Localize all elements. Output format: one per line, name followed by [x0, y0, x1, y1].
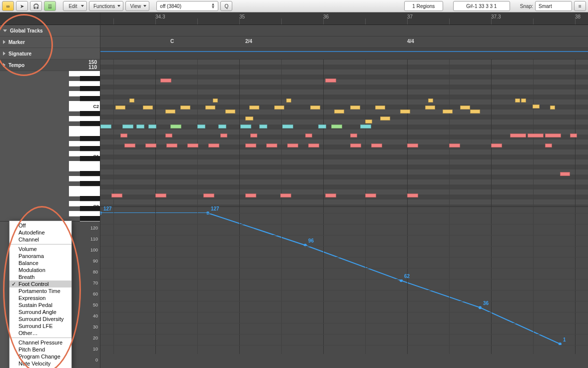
- midi-note[interactable]: [350, 134, 357, 138]
- midi-note[interactable]: [545, 144, 552, 148]
- menu-item[interactable]: Sustain Pedal: [9, 302, 71, 308]
- menu-item[interactable]: ✓Foot Control: [9, 280, 71, 288]
- midi-note[interactable]: [122, 124, 133, 128]
- midi-note[interactable]: [111, 194, 122, 198]
- midi-note[interactable]: [280, 194, 291, 198]
- piano-roll[interactable]: [100, 60, 588, 206]
- midi-note[interactable]: [240, 124, 251, 128]
- midi-note[interactable]: [245, 144, 256, 148]
- midi-note[interactable]: [515, 98, 520, 102]
- menu-item[interactable]: Other…: [9, 330, 71, 336]
- midi-note[interactable]: [143, 106, 153, 110]
- midi-note[interactable]: [308, 144, 319, 148]
- menu-item[interactable]: Balance: [9, 260, 71, 266]
- piano-key[interactable]: [80, 146, 100, 152]
- midi-note[interactable]: [120, 134, 127, 138]
- midi-note[interactable]: [274, 106, 284, 110]
- menu-item[interactable]: Breath: [9, 274, 71, 280]
- midi-note[interactable]: [160, 78, 171, 82]
- piano-key[interactable]: [80, 76, 100, 82]
- midi-note[interactable]: [245, 194, 256, 198]
- piano-key[interactable]: [80, 171, 100, 176]
- midi-note[interactable]: [375, 106, 385, 110]
- menu-item[interactable]: Surround Angle: [9, 308, 71, 316]
- piano-key[interactable]: [80, 96, 100, 102]
- menu-item[interactable]: Off: [9, 222, 71, 229]
- menu-item[interactable]: Pitch Bend: [9, 346, 71, 353]
- midi-note[interactable]: [148, 124, 156, 128]
- midi-note[interactable]: [380, 116, 390, 120]
- midi-note[interactable]: [331, 124, 342, 128]
- midi-note[interactable]: [350, 106, 360, 110]
- piano-key[interactable]: [80, 136, 100, 142]
- sidebar-tempo[interactable]: Tempo 150110: [0, 60, 100, 71]
- view-menu[interactable]: View: [125, 1, 149, 11]
- menu-item[interactable]: Surround Diversity: [9, 316, 71, 322]
- midi-note[interactable]: [560, 172, 570, 176]
- marker-lane[interactable]: [100, 25, 588, 36]
- snap-field[interactable]: Smart: [535, 1, 572, 11]
- midi-note[interactable]: [460, 106, 470, 110]
- midi-note[interactable]: [259, 124, 267, 128]
- midi-note[interactable]: [249, 106, 259, 110]
- sidebar-global-tracks[interactable]: Global Tracks: [0, 25, 100, 36]
- pointer-tool-icon[interactable]: ➤: [16, 1, 28, 11]
- midi-note[interactable]: [205, 106, 215, 110]
- midi-note[interactable]: [491, 144, 502, 148]
- midi-note[interactable]: [570, 134, 577, 138]
- link-icon[interactable]: ∞: [2, 1, 14, 11]
- midi-note[interactable]: [286, 98, 291, 102]
- piano-keyboard[interactable]: C2C1C0: [69, 71, 100, 221]
- piano-key[interactable]: [80, 121, 100, 126]
- midi-note[interactable]: [310, 106, 320, 110]
- midi-note[interactable]: [533, 104, 540, 108]
- midi-note[interactable]: [325, 194, 336, 198]
- disclosure-right-icon[interactable]: [3, 63, 5, 67]
- midi-note[interactable]: [365, 120, 372, 124]
- automation-type-menu[interactable]: OffAutodefineChannelVolumePanoramaBalanc…: [9, 220, 72, 368]
- midi-note[interactable]: [136, 124, 144, 128]
- menu-item[interactable]: Note Velocity: [9, 360, 71, 367]
- midi-note[interactable]: [225, 110, 235, 114]
- piano-key[interactable]: [80, 181, 100, 186]
- piano-key[interactable]: [80, 111, 100, 116]
- piano-key[interactable]: [80, 206, 100, 212]
- midi-note[interactable]: [145, 144, 156, 148]
- midi-note[interactable]: [443, 110, 453, 114]
- midi-note[interactable]: [197, 124, 205, 128]
- midi-note[interactable]: [165, 110, 175, 114]
- menu-item[interactable]: Panorama: [9, 252, 71, 260]
- midi-note[interactable]: [180, 106, 190, 110]
- midi-note[interactable]: [282, 124, 293, 128]
- midi-note[interactable]: [166, 144, 177, 148]
- menu-item[interactable]: Program Change: [9, 353, 71, 360]
- piano-key[interactable]: [80, 216, 100, 222]
- midi-note[interactable]: [510, 134, 526, 138]
- midi-note[interactable]: [365, 194, 376, 198]
- menu-item[interactable]: Portamento Time: [9, 288, 71, 294]
- midi-note[interactable]: [371, 144, 382, 148]
- automation-lane[interactable]: 1271279662361: [100, 206, 588, 354]
- midi-note[interactable]: [165, 134, 172, 138]
- midi-note[interactable]: [213, 98, 218, 102]
- midi-note[interactable]: [318, 124, 326, 128]
- menu-item[interactable]: Autodefine: [9, 229, 71, 236]
- midi-note[interactable]: [218, 124, 226, 128]
- midi-note[interactable]: [470, 110, 480, 114]
- q-button[interactable]: Q: [220, 1, 232, 11]
- stepper-icon[interactable]: ▲▼: [211, 3, 215, 9]
- midi-note[interactable]: [334, 110, 344, 114]
- disclosure-right-icon[interactable]: [3, 40, 5, 44]
- menu-item[interactable]: Surround LFE: [9, 322, 71, 330]
- bar-ruler[interactable]: 34.335363737.338: [100, 12, 588, 25]
- sidebar-signature[interactable]: Signature: [0, 48, 100, 60]
- midi-note[interactable]: [124, 144, 135, 148]
- midi-note[interactable]: [266, 144, 277, 148]
- midi-note[interactable]: [203, 194, 214, 198]
- sidebar-marker[interactable]: Marker: [0, 36, 100, 48]
- menu-item[interactable]: Expression: [9, 294, 71, 302]
- midi-note[interactable]: [407, 144, 418, 148]
- midi-note[interactable]: [250, 134, 257, 138]
- midi-note[interactable]: [155, 194, 166, 198]
- midi-note[interactable]: [325, 78, 336, 82]
